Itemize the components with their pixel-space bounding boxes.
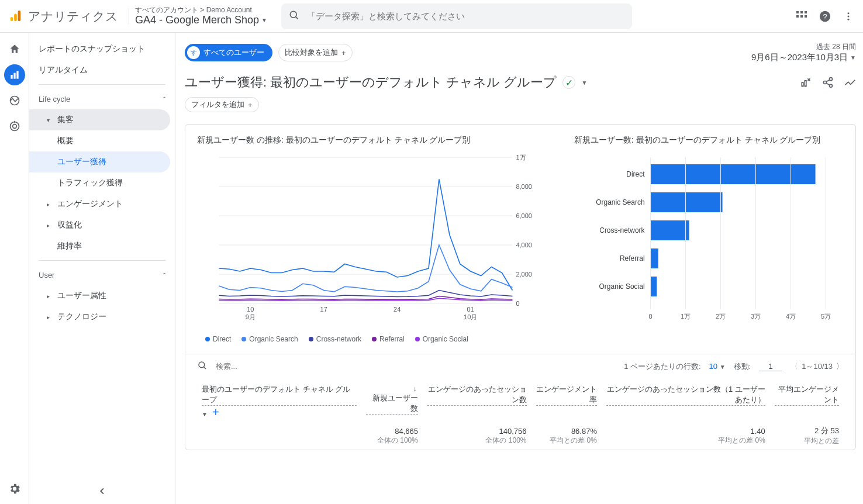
rail-advertising[interactable]	[4, 116, 25, 137]
legend-item[interactable]: Cross-network	[309, 335, 361, 343]
sidebar-collapse[interactable]	[29, 486, 175, 496]
svg-text:Referral: Referral	[620, 254, 645, 263]
svg-rect-1	[14, 13, 17, 21]
svg-text:?: ?	[823, 12, 827, 20]
metric-header[interactable]: エンゲージのあったセッション数（1 ユーザーあたり）	[602, 378, 770, 422]
svg-rect-6	[800, 11, 803, 13]
search-input[interactable]	[307, 11, 625, 21]
sidebar-section-lifecycle[interactable]: Life cycle⌃	[29, 88, 175, 109]
prev-page-button[interactable]: 〈	[790, 361, 798, 372]
svg-point-21	[12, 125, 16, 129]
rail-reports[interactable]	[4, 64, 25, 85]
sidebar-engagement[interactable]: ▸エンゲージメント	[29, 194, 175, 215]
total-cell: 140,756全体の 100%	[423, 422, 531, 450]
svg-text:10月: 10月	[464, 313, 477, 320]
svg-point-15	[848, 18, 850, 20]
svg-text:Organic Social: Organic Social	[599, 282, 644, 291]
table-search-input[interactable]	[216, 362, 333, 371]
svg-text:10: 10	[247, 306, 254, 313]
sidebar-snapshot[interactable]: レポートのスナップショット	[29, 39, 175, 60]
add-column-button[interactable]: +	[208, 406, 219, 419]
svg-point-26	[824, 81, 827, 84]
sidebar-acquisition-overview[interactable]: 概要	[29, 130, 175, 151]
legend-item[interactable]: Organic Search	[241, 335, 298, 343]
status-ok-icon[interactable]: ✓	[562, 76, 575, 89]
help-icon[interactable]: ?	[819, 10, 831, 23]
report-card: 新規ユーザー数 の推移: 最初のユーザーのデフォルト チャネル グループ別 02…	[185, 124, 856, 450]
svg-rect-8	[796, 15, 799, 18]
sidebar-realtime[interactable]: リアルタイム	[29, 60, 175, 81]
svg-text:4,000: 4,000	[516, 241, 532, 248]
dimension-header[interactable]: 最初のユーザーのデフォルト チャネル グループ ▼+	[197, 378, 361, 422]
total-cell: 1.40平均との差 0%	[602, 422, 770, 450]
sidebar-user-attributes[interactable]: ▸ユーザー属性	[29, 285, 175, 306]
sidebar-retention[interactable]: 維持率	[29, 236, 175, 257]
bar-chart: DirectOrganic SearchCross-networkReferra…	[574, 151, 844, 329]
metric-header[interactable]: エンゲージメント率	[531, 378, 602, 422]
svg-rect-0	[11, 16, 13, 20]
svg-text:2万: 2万	[716, 313, 726, 320]
sidebar-monetization[interactable]: ▸収益化	[29, 215, 175, 236]
legend-item[interactable]: Organic Social	[415, 335, 468, 343]
more-icon[interactable]	[843, 11, 854, 22]
chevron-down-icon: ▼	[850, 54, 856, 61]
svg-point-27	[830, 84, 833, 87]
insights-icon[interactable]	[844, 77, 856, 88]
svg-text:1万: 1万	[681, 313, 691, 320]
rows-per-page-select[interactable]: 10 ▼	[709, 362, 726, 371]
metric-header[interactable]: 平均エンゲージメント	[770, 378, 844, 422]
legend-item[interactable]: Referral	[372, 335, 405, 343]
sidebar-technology[interactable]: ▸テクノロジー	[29, 306, 175, 327]
chip-all-users[interactable]: すすべてのユーザー	[185, 44, 272, 61]
svg-rect-16	[11, 75, 12, 79]
rail-admin[interactable]	[4, 478, 25, 499]
svg-point-3	[290, 11, 296, 18]
svg-rect-56	[650, 277, 657, 296]
svg-rect-5	[796, 11, 799, 13]
svg-rect-50	[650, 192, 722, 212]
customize-report-icon[interactable]	[800, 77, 812, 88]
search-box[interactable]	[281, 4, 632, 29]
report-sidebar: レポートのスナップショット リアルタイム Life cycle⌃ ▾集客 概要 …	[29, 33, 175, 504]
metric-header[interactable]: エンゲージのあったセッション数	[423, 378, 531, 422]
chevron-up-icon: ⌃	[162, 96, 167, 102]
property-breadcrumb: すべてのアカウント > Demo Account	[135, 6, 267, 14]
svg-point-70	[199, 362, 205, 368]
svg-text:1万: 1万	[516, 154, 526, 161]
svg-text:01: 01	[467, 306, 474, 313]
goto-input[interactable]: 1	[759, 362, 782, 371]
add-filter-chip[interactable]: フィルタを追加+	[185, 97, 259, 112]
svg-text:3万: 3万	[751, 313, 761, 320]
sidebar-acquisition-traffic[interactable]: トラフィック獲得	[29, 172, 175, 194]
goto-label: 移動:	[734, 361, 751, 372]
svg-rect-52	[650, 220, 689, 240]
chevron-down-icon[interactable]: ▼	[581, 80, 587, 86]
svg-text:2,000: 2,000	[516, 271, 532, 278]
nav-rail	[0, 33, 29, 504]
plus-icon: +	[341, 49, 346, 57]
apps-icon[interactable]	[796, 11, 807, 22]
property-selector[interactable]: すべてのアカウント > Demo Account GA4 - Google Me…	[135, 6, 267, 27]
svg-text:6,000: 6,000	[516, 212, 532, 219]
app-header: アナリティクス すべてのアカウント > Demo Account GA4 - G…	[0, 0, 863, 33]
sidebar-acquisition-user[interactable]: ユーザー獲得	[29, 151, 170, 172]
chip-add-comparison[interactable]: 比較対象を追加+	[278, 44, 353, 61]
search-icon	[288, 9, 300, 23]
rail-explore[interactable]	[4, 90, 25, 111]
legend-item[interactable]: Direct	[205, 335, 231, 343]
property-name: GA4 - Google Merch Shop	[135, 14, 259, 27]
svg-text:0: 0	[516, 300, 519, 307]
next-page-button[interactable]: 〉	[836, 361, 844, 372]
metric-header[interactable]: ↓新規ユーザー数	[361, 378, 423, 422]
analytics-logo-icon	[5, 10, 26, 23]
sidebar-acquisition[interactable]: ▾集客	[29, 109, 170, 130]
svg-point-14	[848, 15, 850, 17]
rail-home[interactable]	[4, 39, 25, 60]
chart-legend: DirectOrganic SearchCross-networkReferra…	[185, 329, 855, 354]
sidebar-section-user[interactable]: User⌃	[29, 264, 175, 285]
chevron-right-icon: ▸	[47, 293, 53, 299]
date-range-picker[interactable]: 過去 28 日間 9月6日～2023年10月3日▼	[751, 42, 856, 63]
total-cell: 86.87%平均との差 0%	[531, 422, 602, 450]
svg-rect-24	[805, 81, 806, 87]
share-icon[interactable]	[822, 77, 834, 88]
